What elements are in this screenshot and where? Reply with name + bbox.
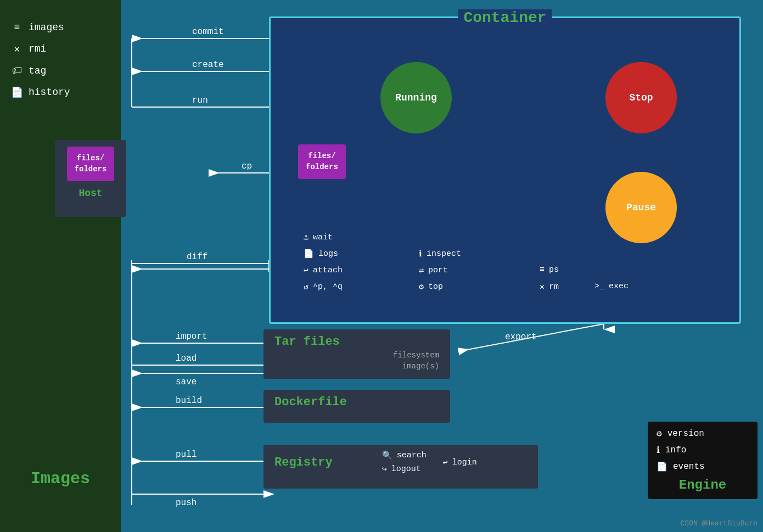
events-icon: 📄 — [657, 461, 667, 472]
svg-text:build: build — [176, 396, 202, 406]
sidebar-item-history[interactable]: 📄 history — [11, 86, 110, 98]
svg-text:export: export — [505, 332, 537, 342]
host-box: files/folders Host — [55, 140, 126, 217]
registry-title: Registry — [274, 456, 333, 469]
sidebar-item-images[interactable]: ≡ images — [11, 22, 110, 33]
cmd-top: ⚙ top — [419, 282, 443, 292]
top-icon: ⚙ — [419, 282, 424, 292]
attach-icon: ↩ — [304, 265, 308, 276]
exec-icon: >_ — [594, 282, 604, 291]
cmd-attach: ↩ attach — [304, 265, 343, 276]
files-folders-host: files/folders — [67, 147, 115, 181]
cmd-exec: >_ exec — [594, 282, 629, 291]
svg-text:run: run — [192, 96, 208, 105]
dockerfile-title: Dockerfile — [274, 395, 439, 409]
registry-logout: ↪ logout — [382, 464, 427, 474]
sidebar-item-rmi[interactable]: ✕ rmi — [11, 43, 110, 55]
registry-section: Registry 🔍 search ↪ logout ↩ login — [263, 445, 538, 489]
svg-text:pull: pull — [176, 450, 197, 460]
stop-state: Stop — [605, 62, 677, 133]
x-icon: ✕ — [11, 43, 23, 55]
running-state: Running — [380, 62, 452, 133]
cmd-rm: ✕ rm — [540, 282, 559, 292]
svg-text:load: load — [176, 354, 197, 363]
svg-text:import: import — [176, 332, 207, 341]
cmd-inspect: ℹ inspect — [419, 249, 461, 259]
cmd-ps: ≡ ps — [540, 265, 559, 275]
cmd-ctrlpq: ↺ ^p, ^q — [304, 282, 343, 292]
registry-login: ↩ login — [443, 457, 477, 468]
logout-icon: ↪ — [382, 464, 387, 474]
sidebar-item-tag[interactable]: 🏷 tag — [11, 65, 110, 76]
search-icon: 🔍 — [382, 450, 392, 461]
container-box: Container Running Stop Pause files/folde… — [269, 16, 741, 324]
cmd-logs: 📄 logs — [304, 249, 338, 259]
engine-title: Engine — [657, 478, 749, 492]
pause-state: Pause — [605, 172, 677, 243]
doc2-icon: 📄 — [304, 249, 314, 259]
ps-icon: ≡ — [540, 265, 545, 275]
port-icon: ⇌ — [419, 265, 424, 276]
svg-text:commit: commit — [192, 27, 224, 37]
dockerfile-section: Dockerfile — [263, 390, 450, 423]
svg-line-24 — [458, 324, 604, 351]
tag-icon: 🏷 — [11, 65, 23, 76]
info-icon: ℹ — [419, 249, 422, 259]
login-icon: ↩ — [443, 457, 448, 468]
cmd-port: ⇌ port — [419, 265, 448, 276]
engine-events: 📄 events — [657, 461, 749, 472]
sidebar: ≡ images ✕ rmi 🏷 tag 📄 history Images — [0, 0, 121, 532]
svg-text:cp: cp — [242, 161, 252, 171]
tar-images-label: image(s) — [274, 362, 439, 371]
svg-text:create: create — [192, 60, 224, 70]
doc-icon: 📄 — [11, 86, 23, 98]
ctrlpq-icon: ↺ — [304, 282, 308, 292]
cmd-wait: ⚓ wait — [304, 232, 333, 243]
registry-search: 🔍 search — [382, 450, 427, 461]
engine-version: ⚙ version — [657, 428, 749, 439]
svg-text:diff: diff — [187, 252, 207, 262]
tar-files-title: Tar files — [274, 335, 439, 349]
engine-box: ⚙ version ℹ info 📄 events Engine — [648, 422, 758, 499]
tar-filesystem-label: filesystem — [274, 351, 439, 360]
files-folders-container: files/folders — [298, 144, 346, 179]
sidebar-title: Images — [11, 469, 110, 510]
list-icon: ≡ — [11, 22, 23, 33]
engine-info: ℹ info — [657, 445, 749, 456]
svg-text:save: save — [176, 377, 197, 387]
watermark: CSDN @HeartBiuBurn — [681, 519, 758, 528]
svg-text:push: push — [176, 498, 197, 508]
tar-files-section: Tar files filesystem image(s) — [263, 329, 450, 379]
host-label: Host — [78, 188, 102, 199]
info2-icon: ℹ — [657, 445, 660, 456]
anchor-icon: ⚓ — [304, 232, 308, 243]
rm-icon: ✕ — [540, 282, 545, 292]
container-label: Container — [458, 9, 552, 26]
main-area: commit create run cp diff start kill, st… — [121, 0, 763, 532]
gear-icon: ⚙ — [657, 428, 662, 439]
